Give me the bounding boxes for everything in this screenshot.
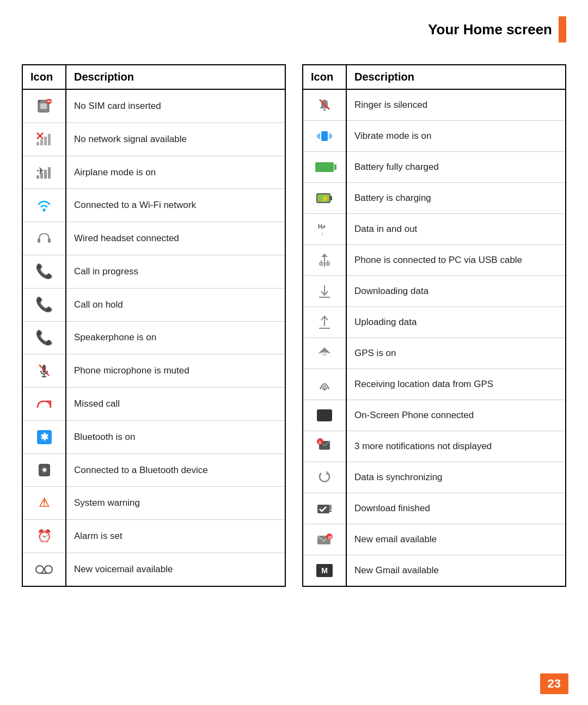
mic-muted-icon — [30, 361, 58, 381]
battery-charging-icon: ⚡ — [311, 188, 338, 208]
page-title: Your Home screen — [428, 21, 552, 38]
icon-cell — [22, 222, 66, 255]
svg-rect-17 — [38, 238, 40, 243]
table-row: 3 3 more notifications not displayed — [303, 431, 566, 462]
description-cell: New voicemail available — [66, 553, 285, 586]
description-cell: Bluetooth is on — [66, 420, 285, 453]
svg-rect-33 — [330, 196, 332, 200]
table-row: @ New email available — [303, 524, 566, 555]
table-row: Data is synchronizing — [303, 462, 566, 493]
description-cell: New Gmail available — [346, 555, 566, 587]
icon-cell — [303, 245, 346, 276]
table-row: Receiving location data from GPS — [303, 369, 566, 400]
description-cell: Vibrate mode is on — [346, 121, 566, 152]
table-row: ⚠ System warning — [22, 487, 285, 520]
icon-cell — [303, 89, 346, 121]
no-sim-icon — [30, 96, 58, 116]
icon-cell: 3 — [303, 431, 346, 462]
icon-cell: 📞 — [22, 288, 66, 321]
description-cell: New email available — [346, 524, 566, 555]
gps-icon — [311, 344, 338, 363]
svg-text:3: 3 — [318, 440, 321, 445]
usb-icon — [311, 250, 338, 270]
description-cell: Data is synchronizing — [346, 462, 566, 493]
bluetooth-on-icon: ✱ — [30, 427, 58, 447]
svg-rect-6 — [40, 139, 43, 145]
svg-point-47 — [323, 352, 326, 355]
svg-point-48 — [323, 388, 326, 391]
download-svg — [317, 284, 332, 298]
svg-rect-18 — [48, 238, 51, 243]
icon-cell: @ — [303, 524, 346, 555]
gps-receiving-icon — [311, 375, 338, 394]
description-cell: Phone microphone is muted — [66, 354, 285, 388]
svg-point-23 — [45, 566, 52, 573]
table-row: Missed call — [22, 388, 285, 421]
bluetooth-connected-icon: ✷ — [30, 461, 58, 480]
icon-cell: ⏰ — [22, 520, 66, 553]
svg-text:↓: ↓ — [321, 231, 324, 236]
table-row: Connected to a Wi-Fi network — [22, 189, 285, 222]
no-signal-icon — [30, 130, 58, 149]
usb-svg — [317, 253, 332, 268]
icon-cell — [22, 189, 66, 222]
battery-full-icon — [311, 157, 338, 177]
icon-cell: ✱ — [22, 420, 66, 453]
on-screen-phone-icon — [311, 406, 338, 425]
notif-svg: 3 — [317, 438, 332, 452]
voicemail-svg — [35, 564, 53, 575]
description-cell: No SIM card inserted — [66, 89, 285, 122]
svg-rect-14 — [48, 167, 51, 179]
icon-cell: ⚡ — [303, 183, 346, 214]
description-cell: Uploading data — [346, 307, 566, 338]
table-row: No SIM card inserted — [22, 89, 285, 122]
description-cell: Wired headset connected — [66, 222, 285, 255]
svg-point-16 — [43, 209, 46, 212]
description-cell: Data in and out — [346, 214, 566, 245]
headset-icon — [30, 229, 58, 248]
svg-rect-54 — [329, 505, 332, 510]
svg-rect-2 — [40, 103, 47, 109]
icon-cell — [303, 152, 346, 183]
table-row: New voicemail available — [22, 553, 285, 586]
table-row: Phone microphone is muted — [22, 354, 285, 388]
icon-cell — [22, 122, 66, 156]
left-icon-table: Icon Description — [22, 64, 286, 587]
new-email-svg: @ — [316, 532, 333, 547]
table-row: ⚡ Battery is charging — [303, 183, 566, 214]
svg-rect-7 — [44, 137, 47, 145]
icon-cell — [22, 553, 66, 586]
svg-rect-27 — [321, 131, 328, 141]
icon-cell — [303, 307, 346, 338]
icon-cell: ✈ — [22, 156, 66, 189]
table-row: Wired headset connected — [22, 222, 285, 255]
table-row: GPS is on — [303, 338, 566, 369]
icon-cell: H+ ↑ ↓ — [303, 214, 346, 245]
svg-text:↑: ↑ — [321, 225, 324, 231]
sync-svg — [317, 470, 332, 485]
description-cell: Missed call — [66, 388, 285, 421]
missed-call-svg — [36, 397, 52, 411]
icon-cell — [303, 276, 346, 307]
table-row: Downloading data — [303, 276, 566, 307]
gps-receiving-svg — [317, 377, 332, 391]
description-cell: No network signal available — [66, 122, 285, 156]
icon-cell — [303, 493, 346, 524]
speakerphone-icon: 📞 — [30, 328, 58, 347]
table-row: Battery fully charged — [303, 152, 566, 183]
table-row: Vibrate mode is on — [303, 121, 566, 152]
description-cell: Speakerphone is on — [66, 321, 285, 354]
table-row: Download finished — [303, 493, 566, 524]
description-cell: Download finished — [346, 493, 566, 524]
description-cell: Call on hold — [66, 288, 285, 321]
table-row: ✈ Airplane mode is on — [22, 156, 285, 189]
icon-cell — [303, 462, 346, 493]
icon-cell — [303, 121, 346, 152]
call-green-icon: 📞 — [30, 262, 58, 281]
right-col-icon: Icon — [303, 65, 346, 89]
icon-cell — [303, 400, 346, 431]
right-icon-table: Icon Description Ringer is — [302, 64, 566, 587]
upload-icon — [311, 312, 338, 332]
missed-call-icon — [30, 394, 58, 414]
tables-container: Icon Description — [0, 48, 588, 603]
